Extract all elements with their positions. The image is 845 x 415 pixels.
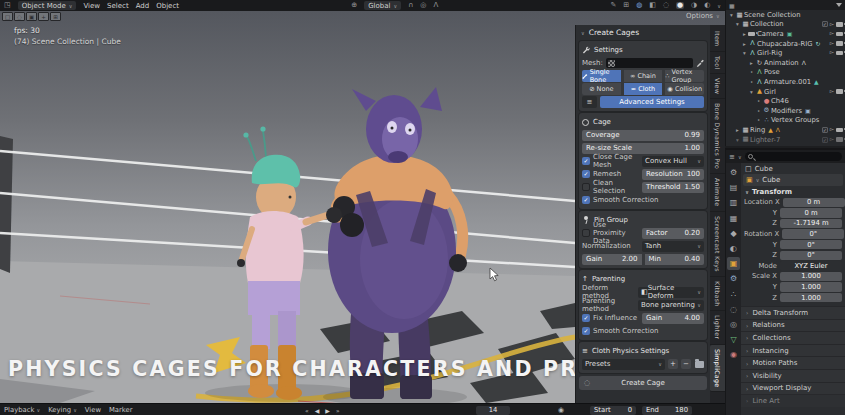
frame-start-field[interactable]: Start0: [590, 406, 636, 415]
menu-object[interactable]: Object: [156, 2, 179, 10]
chain-button[interactable]: ∞ Chain: [624, 70, 663, 82]
outliner-row-animation[interactable]: ▸↻Animation Λ: [726, 58, 845, 68]
tab-material[interactable]: ◉: [727, 348, 740, 361]
rotation-y-field[interactable]: 0°: [780, 240, 842, 250]
tab-view-layer[interactable]: ▦: [727, 212, 740, 225]
section-motion-paths[interactable]: ›Motion Paths: [741, 356, 845, 369]
menu-marker[interactable]: Marker: [109, 406, 133, 414]
jump-to-start-button[interactable]: «: [305, 407, 309, 414]
tab-output[interactable]: ▥: [727, 196, 740, 209]
scale-y-field[interactable]: 1.000: [780, 282, 842, 292]
single-bone-button[interactable]: Single Bone: [582, 70, 621, 82]
select-toggle-icon[interactable]: ▻: [830, 137, 834, 143]
xray-icon[interactable]: ◧: [649, 2, 656, 9]
outliner-row-ring[interactable]: ▸▦Ring ▲ Λ ✓▻: [726, 125, 845, 135]
render-toggle-icon[interactable]: [836, 22, 843, 27]
select-toggle-icon[interactable]: ▻: [830, 31, 834, 37]
section-viewport-display[interactable]: ›Viewport Display: [741, 382, 845, 395]
object-name-field[interactable]: ▣ ∨ Cube: [743, 174, 843, 186]
tab-object-data[interactable]: ▽: [727, 333, 740, 346]
menu-keying[interactable]: Keying ∨: [48, 406, 77, 414]
exclude-checkbox[interactable]: ✓: [822, 127, 828, 133]
create-cages-header[interactable]: ∨ Create Cages: [576, 26, 710, 39]
tab-particles[interactable]: ∴: [727, 288, 740, 301]
shading-material-icon[interactable]: ◑: [691, 2, 697, 9]
overlays-icon[interactable]: ◍: [636, 2, 642, 9]
menu-view[interactable]: View: [83, 2, 100, 10]
menu-playback[interactable]: Playback ∨: [4, 406, 40, 414]
move-tool-icon[interactable]: ⊞: [50, 12, 61, 21]
advanced-settings-button[interactable]: Advanced Settings: [600, 96, 704, 108]
previous-frame-button[interactable]: ◀: [315, 407, 320, 414]
location-x-field[interactable]: 0 m: [783, 198, 845, 208]
rotation-x-field[interactable]: 0°: [782, 229, 844, 239]
rescale-slider[interactable]: Re-size Scale1.00: [582, 143, 704, 154]
outliner-row-lighter-7[interactable]: ▾▦Lighter-7 ✓▻: [726, 135, 845, 145]
render-toggle-icon[interactable]: [836, 51, 843, 56]
none-button[interactable]: ⊘ None: [582, 83, 621, 95]
outliner-row-ch46[interactable]: •●Ch46: [726, 96, 845, 106]
exclude-checkbox[interactable]: ✓: [822, 21, 828, 27]
folder-icon[interactable]: [695, 361, 704, 368]
tab-tool[interactable]: Tool: [710, 52, 725, 74]
section-line-art[interactable]: ›Line Art: [741, 394, 845, 407]
tab-constraints[interactable]: ◎: [727, 318, 740, 331]
proximity-checkbox[interactable]: ✓: [582, 229, 590, 237]
smooth-correction-checkbox[interactable]: ✓: [582, 196, 590, 204]
render-toggle-icon[interactable]: [836, 137, 843, 142]
render-toggle-icon[interactable]: [836, 128, 843, 133]
outliner-row-camera[interactable]: ▸Camera ▣ ▻: [726, 29, 845, 39]
render-toggle-icon[interactable]: [836, 89, 843, 94]
tab-world[interactable]: ◐: [727, 242, 740, 255]
presets-dropdown[interactable]: Presets∨: [582, 359, 665, 370]
orientation-dropdown[interactable]: Global∨: [364, 1, 401, 10]
menu-add[interactable]: Add: [136, 2, 150, 10]
transform-section-header[interactable]: ∨ Transform: [741, 186, 845, 197]
advanced-mode-icon[interactable]: ≡: [582, 96, 597, 108]
proportional-edit-icon[interactable]: ◎: [420, 2, 426, 9]
annotate-icon[interactable]: ✎: [610, 2, 616, 9]
section-visibility[interactable]: ›Visibility: [741, 369, 845, 382]
eyedropper-icon[interactable]: [696, 59, 704, 67]
resolution-field[interactable]: Resolution100: [642, 169, 704, 180]
collision-button[interactable]: ◉ Collision: [665, 83, 704, 95]
vertex-group-button[interactable]: ∴ Vertex Group: [665, 70, 704, 82]
options-dropdown[interactable]: Options∨: [686, 12, 720, 20]
tab-simplicage[interactable]: SimpliCage: [710, 345, 725, 393]
properties-editor-icon[interactable]: ≡: [729, 153, 735, 161]
shading-solid-icon[interactable]: ●: [676, 2, 684, 9]
outliner-row-pose[interactable]: •ΛPose: [726, 68, 845, 78]
mode-dropdown[interactable]: Object Mode∨: [18, 1, 77, 10]
shading-dropdown-icon[interactable]: ∨: [717, 3, 721, 9]
remove-preset-button[interactable]: −: [681, 359, 691, 369]
outliner-row-armature-001[interactable]: •ΛArmature.001 ▲: [726, 77, 845, 87]
chevron-down-icon[interactable]: ∨: [738, 154, 742, 160]
rotation-z-field[interactable]: 0°: [780, 251, 842, 261]
menu-select[interactable]: Select: [107, 2, 129, 10]
location-y-field[interactable]: 0 m: [780, 208, 842, 218]
fix-influence-checkbox[interactable]: ✓: [582, 314, 590, 322]
exclude-checkbox[interactable]: ✓: [822, 137, 828, 143]
parenting-gain-field[interactable]: Gain4.00: [642, 313, 704, 324]
falloff-icon[interactable]: Λ: [433, 2, 438, 9]
select-toggle-icon[interactable]: ▻: [830, 22, 834, 28]
gain-field[interactable]: Gain2.00: [582, 254, 642, 265]
outliner-row-scene-collection[interactable]: ▾▦Scene Collection: [726, 10, 845, 20]
jump-to-end-button[interactable]: »: [336, 407, 340, 414]
deform-method-dropdown[interactable]: ◧ Surface Deform∨: [638, 287, 704, 298]
select-toggle-icon[interactable]: ▻: [830, 41, 834, 47]
snap-icon[interactable]: ∩: [408, 2, 413, 9]
filter-icon[interactable]: [836, 3, 842, 7]
gizmo-icon[interactable]: ⊞: [623, 2, 629, 9]
current-frame-field[interactable]: 14: [476, 406, 510, 415]
tab-tool[interactable]: ⚙: [727, 166, 740, 179]
outliner-row-girl-rig[interactable]: ▾ΛGirl-Rig ▻: [726, 48, 845, 58]
cursor-tool-icon[interactable]: +: [38, 12, 49, 21]
tab-kitbash[interactable]: Kitbash: [710, 277, 725, 312]
tab-lighter[interactable]: Lighter: [710, 311, 725, 344]
normalization-dropdown[interactable]: Tanh∨: [642, 241, 704, 252]
coverage-slider[interactable]: Coverage0.99: [582, 130, 704, 141]
frame-end-field[interactable]: End180: [642, 406, 692, 415]
parenting-method-dropdown[interactable]: Bone parenting∨: [638, 300, 704, 311]
auto-keying-icon[interactable]: ◉: [558, 404, 564, 415]
